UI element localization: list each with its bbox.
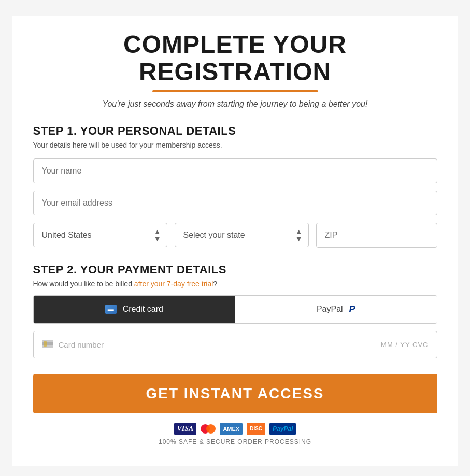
card-meta: MM / YY CVC xyxy=(381,341,428,349)
card-number-row: Card number MM / YY CVC xyxy=(33,331,437,358)
trust-text: 100% SAFE & SECURE ORDER PROCESSING xyxy=(33,438,437,445)
billing-link[interactable]: after your 7-day free trial xyxy=(134,280,213,288)
payment-logos: VISA AMEX DISC PayPal xyxy=(33,423,437,435)
step1-title: STEP 1. YOUR PERSONAL DETAILS xyxy=(33,124,437,138)
svg-rect-2 xyxy=(44,341,47,347)
state-select-wrapper: Select your state ▲▼ xyxy=(175,223,309,248)
country-select[interactable]: United States xyxy=(33,223,167,247)
state-select[interactable]: Select your state xyxy=(175,223,309,247)
card-number-placeholder: Card number xyxy=(59,340,376,349)
step2-title: STEP 2. YOUR PAYMENT DETAILS xyxy=(33,263,437,277)
mastercard-logo xyxy=(201,423,216,435)
visa-logo: VISA xyxy=(174,423,197,435)
paypal-logo: PayPal xyxy=(269,423,296,435)
cta-button[interactable]: GET INSTANT ACCESS xyxy=(33,374,437,413)
email-input[interactable] xyxy=(33,191,437,215)
discover-logo: DISC xyxy=(247,423,265,435)
country-select-wrapper: United States ▲▼ xyxy=(33,223,167,248)
subtitle: You're just seconds away from starting t… xyxy=(33,99,437,109)
amex-logo: AMEX xyxy=(220,423,243,435)
title-underline xyxy=(152,90,318,92)
paypal-icon: P xyxy=(349,304,355,315)
page-container: COMPLETE YOUR REGISTRATION You're just s… xyxy=(12,16,458,466)
page-title: COMPLETE YOUR REGISTRATION xyxy=(33,31,437,86)
step1-desc: Your details here will be used for your … xyxy=(33,141,437,149)
paypal-tab[interactable]: PayPal P xyxy=(235,296,437,323)
payment-tabs: ▬ Credit card PayPal P xyxy=(33,295,437,324)
credit-card-icon: ▬ xyxy=(105,305,117,314)
trust-section: VISA AMEX DISC PayPal 100% SAFE & SECURE… xyxy=(33,423,437,445)
step1-block: STEP 1. YOUR PERSONAL DETAILS Your detai… xyxy=(33,124,437,248)
billing-text: How would you like to be billed after yo… xyxy=(33,280,437,288)
name-input[interactable] xyxy=(33,158,437,183)
card-chip-icon xyxy=(42,339,53,351)
credit-card-tab[interactable]: ▬ Credit card xyxy=(34,296,235,323)
zip-input[interactable] xyxy=(316,223,437,248)
location-row: United States ▲▼ Select your state ▲▼ xyxy=(33,223,437,248)
step2-block: STEP 2. YOUR PAYMENT DETAILS How would y… xyxy=(33,263,437,358)
